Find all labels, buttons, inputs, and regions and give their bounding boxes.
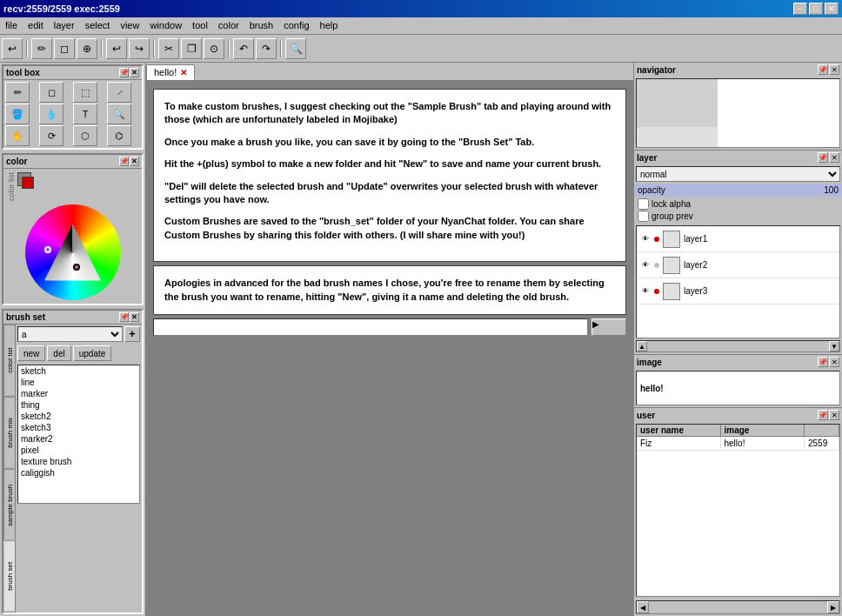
canvas-send-btn[interactable]: ▶ (591, 318, 626, 336)
toolbar-undo-btn[interactable]: ↩ (2, 38, 23, 59)
user-row-fiz[interactable]: Fiz hello! 2559 (637, 437, 839, 451)
brushset-del-btn[interactable]: del (47, 345, 70, 361)
tab-hello[interactable]: hello! ✕ (146, 64, 195, 80)
brush-item-sketch3[interactable]: sketch3 (18, 422, 139, 433)
color-swatch-fg[interactable] (22, 177, 34, 189)
user-horizontal-scrollbar[interactable]: ◀ ▶ (636, 600, 840, 614)
brushset-folder-select[interactable]: a (17, 326, 123, 342)
toolbar-undo2-btn[interactable]: ↩ (106, 38, 127, 59)
canvas-chat-input[interactable] (153, 318, 588, 336)
layer-item-1[interactable]: 👁 layer1 (637, 226, 839, 252)
layer-title: layer (637, 153, 657, 163)
menu-select[interactable]: select (80, 19, 116, 32)
tool-eyedrop[interactable]: 💧 (39, 104, 63, 124)
menu-edit[interactable]: edit (23, 19, 49, 32)
image-close-btn[interactable]: ✕ (829, 357, 839, 367)
toolbar-redo-btn[interactable]: ↪ (129, 38, 150, 59)
tab-close-btn[interactable]: ✕ (180, 68, 187, 77)
user-pin-btn[interactable]: 📌 (818, 410, 828, 420)
lock-alpha-checkbox[interactable] (638, 198, 649, 210)
tool-zoom[interactable]: 🔍 (107, 104, 131, 124)
brushset-new-btn[interactable]: new (17, 345, 45, 361)
brushset-pin-btn[interactable]: 📌 (119, 312, 129, 322)
layer-scroll-down-btn[interactable]: ▼ (829, 341, 839, 352)
toolbar-cut-btn[interactable]: ✂ (158, 38, 179, 59)
toolbar-fill-btn[interactable]: ⊕ (77, 38, 97, 59)
canvas-area[interactable]: To make custom brushes, I suggest checki… (146, 82, 633, 616)
brush-item-sketch2[interactable]: sketch2 (18, 411, 139, 422)
tool-lasso[interactable]: ⟋ (107, 82, 131, 103)
layer2-eye-icon[interactable]: 👁 (640, 260, 651, 271)
close-button[interactable]: ✕ (825, 3, 839, 15)
layer-item-3[interactable]: 👁 layer3 (637, 278, 839, 305)
brush-item-marker[interactable]: marker (18, 388, 139, 399)
side-tab-samplebrush[interactable]: sample brush (3, 469, 16, 541)
brush-item-thing[interactable]: thing (18, 399, 139, 411)
tool-pencil[interactable]: ✏ (5, 82, 30, 103)
toolbox-close-btn[interactable]: ✕ (130, 68, 139, 77)
brush-item-texture[interactable]: texture brush (18, 456, 139, 467)
brush-item-caliggish[interactable]: caliggish (18, 467, 139, 479)
toolbox-pin-btn[interactable]: 📌 (119, 68, 129, 77)
color-triangle[interactable] (44, 224, 101, 281)
tool-move[interactable]: ✋ (5, 125, 30, 146)
layer-scroll-up-btn[interactable]: ▲ (637, 341, 647, 352)
layer-blend-mode-select[interactable]: normal (636, 166, 840, 182)
navigator-preview[interactable] (636, 78, 840, 148)
tool-rotate[interactable]: ⟳ (39, 125, 63, 146)
tool-eraser[interactable]: ◻ (39, 82, 63, 103)
layer-pin-btn[interactable]: 📌 (818, 152, 828, 163)
toolbar: ↩ ✏ ◻ ⊕ ↩ ↪ ✂ ❐ ⊙ ↶ ↷ 🔍 (0, 35, 842, 63)
menu-color[interactable]: color (213, 19, 244, 32)
menu-brush[interactable]: brush (244, 19, 279, 32)
tool-gradient[interactable]: ⌬ (107, 125, 131, 146)
user-scroll-left-btn[interactable]: ◀ (637, 601, 649, 613)
brushset-update-btn[interactable]: update (73, 345, 112, 361)
toolbar-paste-btn[interactable]: ⊙ (204, 38, 224, 59)
color-close-btn[interactable]: ✕ (130, 157, 139, 166)
side-tab-brushset[interactable]: brush set (3, 540, 16, 613)
toolbar-back-btn[interactable]: ↶ (233, 38, 254, 59)
brush-item-pixel[interactable]: pixel (18, 445, 139, 456)
brush-item-marker2[interactable]: marker2 (18, 433, 139, 445)
group-prev-checkbox[interactable] (638, 211, 649, 222)
color-wheel[interactable] (25, 204, 121, 300)
layer3-eye-icon[interactable]: 👁 (640, 286, 651, 297)
layer-scrollbar[interactable]: ▲ ▼ (636, 340, 840, 352)
tool-select[interactable]: ⬚ (73, 82, 97, 103)
maximize-button[interactable]: □ (809, 3, 823, 15)
menu-view[interactable]: view (115, 19, 144, 32)
menu-window[interactable]: window (144, 19, 187, 32)
navigator-pin-btn[interactable]: 📌 (818, 64, 828, 75)
color-list-tab[interactable]: color list (7, 172, 16, 201)
brush-item-line[interactable]: line (18, 377, 139, 388)
toolbar-fwd-btn[interactable]: ↷ (256, 38, 277, 59)
tool-transform[interactable]: ⬡ (73, 125, 97, 146)
brushset-close-btn[interactable]: ✕ (130, 312, 139, 322)
side-tab-brushmix[interactable]: brush mix (3, 397, 16, 469)
toolbar-zoom-btn[interactable]: 🔍 (285, 38, 306, 59)
tool-text[interactable]: T (73, 104, 97, 124)
color-pin-btn[interactable]: 📌 (119, 157, 129, 166)
brush-item-sketch[interactable]: sketch (18, 365, 139, 377)
layer-close-btn[interactable]: ✕ (829, 152, 839, 163)
image-pin-btn[interactable]: 📌 (818, 357, 828, 367)
user-scroll-right-btn[interactable]: ▶ (827, 601, 839, 613)
menu-file[interactable]: file (0, 19, 23, 32)
minimize-button[interactable]: – (793, 3, 807, 15)
tool-fill[interactable]: 🪣 (5, 104, 30, 124)
menu-tool[interactable]: tool (187, 19, 213, 32)
brushset-add-btn[interactable]: + (124, 326, 140, 342)
menu-config[interactable]: config (278, 19, 314, 32)
toolbar-pencil-btn[interactable]: ✏ (31, 38, 52, 59)
toolbar-copy-btn[interactable]: ❐ (181, 38, 202, 59)
layer-item-2[interactable]: 👁 layer2 (637, 252, 839, 278)
user-close-btn[interactable]: ✕ (829, 410, 839, 420)
menu-layer[interactable]: layer (49, 19, 80, 32)
color-wheel-container[interactable] (25, 204, 121, 300)
navigator-close-btn[interactable]: ✕ (829, 64, 839, 75)
layer1-eye-icon[interactable]: 👁 (640, 234, 651, 244)
toolbar-rect-btn[interactable]: ◻ (54, 38, 75, 59)
menu-help[interactable]: help (315, 19, 344, 32)
side-tab-colorlist[interactable]: color list (3, 325, 16, 397)
